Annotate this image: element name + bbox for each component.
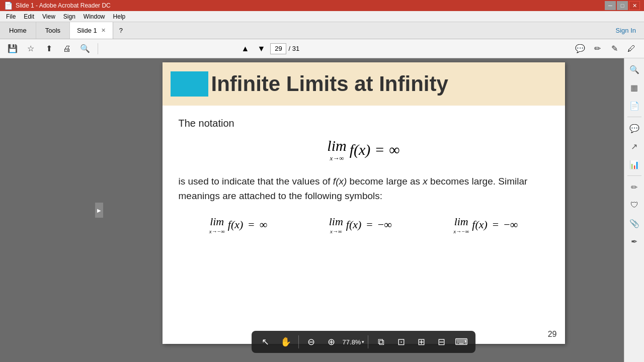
main-toolbar: 💾 ☆ ⬆ 🖨 🔍 ▲ ▼ / 31 💬 ✏ ✎: [0, 39, 644, 58]
prev-page-button[interactable]: ▲: [238, 42, 252, 56]
keyboard-icon: ⌨: [455, 336, 468, 347]
zoom-out-button[interactable]: ⊖: [302, 333, 320, 351]
bookmark-icon: ☆: [27, 44, 34, 53]
save-icon: 💾: [8, 44, 18, 53]
copy-icon: ⧉: [378, 337, 384, 347]
tab-close-icon[interactable]: ✕: [101, 27, 106, 34]
tab-home-label: Home: [9, 27, 27, 34]
snapshot-icon: ⊡: [397, 336, 405, 347]
menu-edit[interactable]: Edit: [20, 12, 38, 21]
slide-body: The notation lim x→∞ f(x) = ∞ is used to: [163, 106, 565, 246]
right-attach-button[interactable]: 📎: [626, 215, 642, 231]
edit-button[interactable]: ⊞: [412, 333, 430, 351]
menu-window[interactable]: Window: [79, 12, 109, 21]
body-text: is used to indicate that the values of f…: [179, 174, 549, 203]
menu-bar: File Edit View Sign Window Help: [0, 11, 644, 22]
right-thumbnails-button[interactable]: ▦: [626, 79, 642, 96]
sign-in-label: Sign In: [616, 27, 636, 34]
search-button[interactable]: 🔍: [77, 42, 93, 56]
tab-slide[interactable]: Slide 1 ✕: [70, 22, 113, 39]
snapshot-button[interactable]: ⊡: [392, 333, 410, 351]
zoom-display: 77.8% ▾: [343, 338, 365, 346]
page-navigation: ▲ ▼ / 31: [238, 42, 299, 56]
tab-help[interactable]: ?: [113, 22, 129, 39]
bookmark-button[interactable]: ☆: [23, 42, 38, 56]
comment-button[interactable]: 💬: [573, 42, 588, 56]
next-page-button[interactable]: ▼: [254, 42, 268, 56]
right-panel: 🔍 ▦ 📄 💬 ↗ 📊 ✏ 🛡 📎 ✒: [624, 58, 644, 362]
sign-in-button[interactable]: Sign In: [608, 22, 644, 39]
zoom-in-button[interactable]: ⊕: [323, 333, 341, 351]
content-area: Infinite Limits at Infinity The notation…: [103, 58, 624, 362]
highlight-icon: ✏: [594, 44, 601, 53]
help-icon: ?: [119, 27, 123, 34]
stamp-icon: 🖊: [627, 44, 635, 53]
current-page-input[interactable]: [270, 43, 286, 54]
right-pages-button[interactable]: 📄: [626, 98, 642, 114]
right-sign-button[interactable]: ✒: [626, 233, 642, 249]
markup-button[interactable]: ✎: [607, 42, 622, 56]
save-button[interactable]: 💾: [5, 42, 20, 56]
menu-help[interactable]: Help: [109, 12, 130, 21]
menu-sign[interactable]: Sign: [59, 12, 79, 21]
bottom-toolbar: ↖ ✋ ⊖ ⊕ 77.8% ▾ ⧉ ⊡ ⊞: [252, 331, 476, 353]
next-page-icon: ▼: [258, 44, 266, 53]
thumbnails-icon: ▦: [630, 83, 638, 93]
print-icon: 🖨: [63, 44, 71, 53]
lim-block-main: lim x→∞: [327, 137, 346, 162]
hand-tool-button[interactable]: ✋: [277, 333, 295, 351]
right-spreadsheet-button[interactable]: 📊: [626, 156, 642, 172]
zoom-value: 77.8%: [343, 338, 361, 346]
main-formula: lim x→∞ f(x) = ∞: [179, 137, 549, 162]
comments-icon: 💬: [629, 124, 639, 133]
right-protect-button[interactable]: 🛡: [626, 197, 642, 213]
right-fill-sign-button[interactable]: ✏: [626, 179, 642, 195]
tab-bar: Home Tools Slide 1 ✕ ? Sign In: [0, 22, 644, 39]
export-icon: ↗: [631, 142, 637, 151]
prev-page-icon: ▲: [242, 44, 250, 53]
select-tool-button[interactable]: ↖: [257, 333, 275, 351]
shield-icon: 🛡: [630, 201, 638, 210]
hand-icon: ✋: [280, 336, 291, 347]
minimize-button[interactable]: ─: [605, 1, 616, 10]
maximize-button[interactable]: □: [617, 1, 628, 10]
slide-content: Infinite Limits at Infinity The notation…: [163, 62, 565, 344]
toolbar-separator-1: [98, 43, 98, 54]
tab-home[interactable]: Home: [0, 22, 36, 39]
formula-item-2: lim x→∞ f(x) = −∞: [329, 215, 392, 234]
formulas-row: lim x→−∞ f(x) = ∞ lim x→∞: [179, 215, 549, 234]
copy-button[interactable]: ⧉: [372, 333, 390, 351]
back-button[interactable]: ⬆: [41, 42, 56, 56]
left-panel-collapse[interactable]: ▶: [95, 203, 103, 218]
zoom-out-icon: ⊖: [307, 336, 315, 347]
formula-item-1: lim x→−∞ f(x) = ∞: [209, 215, 268, 234]
edit-icon: ⊞: [418, 336, 425, 347]
search-icon: 🔍: [80, 44, 90, 53]
right-export-button[interactable]: ↗: [626, 138, 642, 154]
rotate-button[interactable]: ⊟: [432, 333, 450, 351]
markup-icon: ✎: [611, 44, 618, 53]
title-accent-box: [171, 71, 208, 97]
right-search-button[interactable]: 🔍: [626, 61, 642, 77]
print-button[interactable]: 🖨: [59, 42, 74, 56]
right-panel-sep-1: [627, 117, 641, 117]
page-number: 29: [548, 330, 557, 339]
page-indicator: / 31: [270, 43, 299, 54]
highlight-button[interactable]: ✏: [590, 42, 605, 56]
right-comments-button[interactable]: 💬: [626, 120, 642, 136]
menu-file[interactable]: File: [2, 12, 20, 21]
rotate-icon: ⊟: [438, 336, 445, 347]
slide-title: Infinite Limits at Infinity: [198, 72, 448, 96]
select-icon: ↖: [262, 336, 269, 347]
comment-icon: 💬: [575, 44, 585, 53]
tab-tools[interactable]: Tools: [36, 22, 70, 39]
keyboard-button[interactable]: ⌨: [452, 333, 470, 351]
slide-header: Infinite Limits at Infinity: [163, 62, 565, 106]
menu-view[interactable]: View: [38, 12, 59, 21]
window-controls: ─ □ ✕: [605, 1, 640, 10]
stamp-button[interactable]: 🖊: [624, 42, 639, 56]
close-button[interactable]: ✕: [629, 1, 640, 10]
spreadsheet-icon: 📊: [629, 160, 639, 169]
zoom-dropdown-icon[interactable]: ▾: [362, 339, 364, 344]
pages-icon: 📄: [629, 101, 639, 111]
